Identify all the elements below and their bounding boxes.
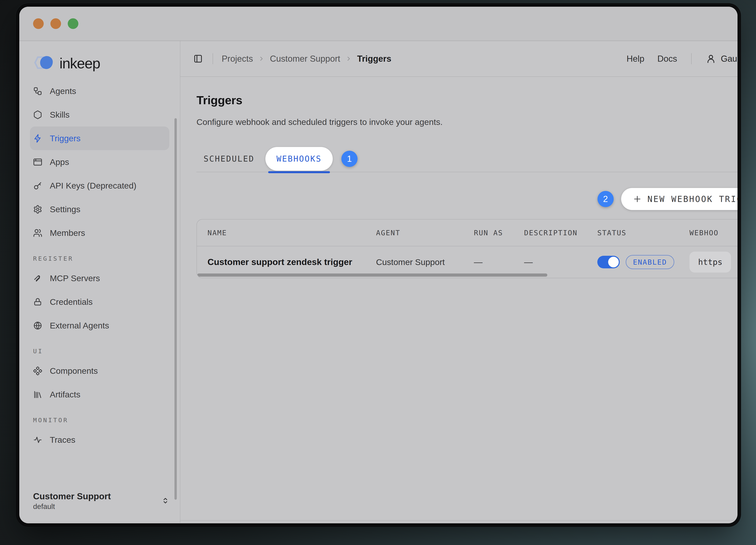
- inkeep-logo-icon: [33, 55, 55, 72]
- app-window: inkeep Agents Skills Triggers: [19, 7, 737, 523]
- inkeep-logo: inkeep: [33, 55, 180, 72]
- tab-scheduled[interactable]: SCHEDULED: [204, 154, 254, 163]
- window-close-button[interactable]: [33, 18, 44, 29]
- page-content: Triggers Configure webhook and scheduled…: [180, 77, 737, 278]
- column-header-webhook-url: WEBHOO: [689, 229, 737, 237]
- webhook-triggers-table: NAME AGENT RUN AS DESCRIPTION STATUS WEB…: [196, 219, 737, 278]
- hexagon-icon: [33, 110, 42, 119]
- chevron-right-icon: [345, 55, 352, 62]
- sidebar-item-settings[interactable]: Settings: [30, 197, 169, 221]
- plus-icon: [633, 194, 642, 204]
- window-zoom-button[interactable]: [68, 18, 78, 29]
- breadcrumb-project[interactable]: Customer Support: [270, 54, 340, 64]
- cell-agent: Customer Support: [376, 257, 474, 267]
- column-header-name: NAME: [197, 229, 376, 237]
- window-minimize-button[interactable]: [50, 18, 61, 29]
- breadcrumb: Projects Customer Support Triggers: [222, 54, 391, 64]
- column-header-run-as: RUN AS: [474, 229, 524, 237]
- globe-icon: [33, 321, 42, 330]
- annotation-badge-2: 2: [598, 191, 614, 207]
- sidebar-item-skills[interactable]: Skills: [30, 103, 169, 126]
- sidebar-nav: Agents Skills Triggers Apps: [19, 79, 180, 452]
- sidebar-item-label: Traces: [50, 435, 75, 445]
- breadcrumb-current-page: Triggers: [357, 54, 391, 64]
- sidebar-item-mcp-servers[interactable]: MCP Servers: [30, 266, 169, 290]
- user-name: Gaurav Varma: [721, 54, 737, 64]
- workflow-icon: [33, 86, 42, 96]
- sidebar-toggle-button[interactable]: [192, 53, 204, 65]
- header-divider: [213, 53, 213, 64]
- page-title: Triggers: [196, 93, 737, 107]
- workspace-name: Customer Support: [33, 490, 111, 502]
- sidebar-scrollbar[interactable]: [174, 118, 177, 500]
- lock-icon: [33, 297, 42, 307]
- sidebar-item-triggers[interactable]: Triggers: [30, 126, 169, 150]
- sidebar-item-label: Agents: [50, 86, 76, 96]
- library-icon: [33, 390, 42, 399]
- sidebar-item-traces[interactable]: Traces: [30, 428, 169, 452]
- window-titlebar: [19, 7, 737, 41]
- zap-icon: [33, 134, 42, 143]
- sidebar-item-label: Credentials: [50, 297, 93, 307]
- user-menu[interactable]: Gaurav Varma: [706, 54, 737, 64]
- sidebar-item-label: Triggers: [50, 134, 81, 143]
- sidebar-item-apps[interactable]: Apps: [30, 150, 169, 174]
- page-description: Configure webhook and scheduled triggers…: [196, 117, 737, 127]
- sidebar-item-artifacts[interactable]: Artifacts: [30, 383, 169, 406]
- cell-status: ENABLED: [597, 255, 689, 269]
- new-webhook-trigger-label: NEW WEBHOOK TRIGGER: [648, 194, 737, 204]
- sidebar-item-api-keys[interactable]: API Keys (Deprecated): [30, 174, 169, 197]
- sidebar-item-label: Settings: [50, 204, 80, 214]
- panel-left-icon: [194, 54, 203, 63]
- screenshot-backdrop: inkeep Agents Skills Triggers: [0, 0, 756, 545]
- sidebar-section-monitor: MONITOR: [33, 417, 180, 424]
- header-divider: [691, 53, 692, 64]
- table-horizontal-scrollbar[interactable]: [197, 274, 547, 277]
- table-header-row: NAME AGENT RUN AS DESCRIPTION STATUS WEB…: [197, 219, 737, 246]
- sidebar-item-label: Members: [50, 228, 85, 238]
- sidebar-item-components[interactable]: Components: [30, 359, 169, 383]
- chevrons-up-down-icon: [161, 496, 170, 505]
- tab-webhooks[interactable]: WEBHOOKS: [265, 147, 333, 171]
- header-right: Help Docs Gaurav Varma: [626, 53, 737, 64]
- annotation-badge-1: 1: [341, 151, 358, 167]
- activity-icon: [33, 435, 42, 445]
- action-row: 2 NEW WEBHOOK TRIGGER: [196, 188, 737, 210]
- sidebar: inkeep Agents Skills Triggers: [19, 41, 180, 523]
- column-header-status: STATUS: [597, 229, 689, 237]
- sidebar-section-ui: UI: [33, 348, 180, 355]
- column-header-description: DESCRIPTION: [524, 229, 597, 237]
- cell-trigger-name: Customer support zendesk trigger: [197, 257, 376, 267]
- sidebar-item-external-agents[interactable]: External Agents: [30, 314, 169, 337]
- sidebar-item-label: Skills: [50, 110, 69, 120]
- sidebar-item-label: External Agents: [50, 321, 109, 331]
- main-header: Projects Customer Support Triggers Help …: [180, 41, 737, 77]
- cell-run-as: —: [474, 257, 524, 267]
- sidebar-item-agents[interactable]: Agents: [30, 79, 169, 103]
- app-window-icon: [33, 157, 42, 167]
- docs-link[interactable]: Docs: [657, 54, 677, 64]
- workspace-switcher[interactable]: Customer Support default: [33, 490, 170, 511]
- sidebar-section-register: REGISTER: [33, 255, 180, 262]
- sidebar-item-credentials[interactable]: Credentials: [30, 290, 169, 314]
- sidebar-item-label: Apps: [50, 157, 69, 167]
- chevron-right-icon: [258, 55, 265, 62]
- column-header-agent: AGENT: [376, 229, 474, 237]
- status-toggle[interactable]: [597, 256, 620, 268]
- cell-description: —: [524, 257, 597, 267]
- sidebar-item-label: Components: [50, 366, 98, 376]
- sidebar-item-label: Artifacts: [50, 390, 80, 399]
- help-link[interactable]: Help: [626, 54, 644, 64]
- table-row[interactable]: Customer support zendesk trigger Custome…: [197, 246, 737, 278]
- new-webhook-trigger-button[interactable]: NEW WEBHOOK TRIGGER: [621, 188, 737, 210]
- webhook-url-chip[interactable]: https: [689, 251, 731, 272]
- main-panel: Projects Customer Support Triggers Help …: [180, 41, 737, 521]
- sidebar-item-label: MCP Servers: [50, 274, 100, 283]
- breadcrumb-projects[interactable]: Projects: [222, 54, 253, 64]
- sidebar-item-members[interactable]: Members: [30, 221, 169, 245]
- users-icon: [33, 228, 42, 237]
- components-icon: [33, 366, 42, 376]
- status-badge: ENABLED: [626, 255, 674, 269]
- gear-icon: [33, 205, 42, 214]
- sidebar-item-label: API Keys (Deprecated): [50, 181, 136, 190]
